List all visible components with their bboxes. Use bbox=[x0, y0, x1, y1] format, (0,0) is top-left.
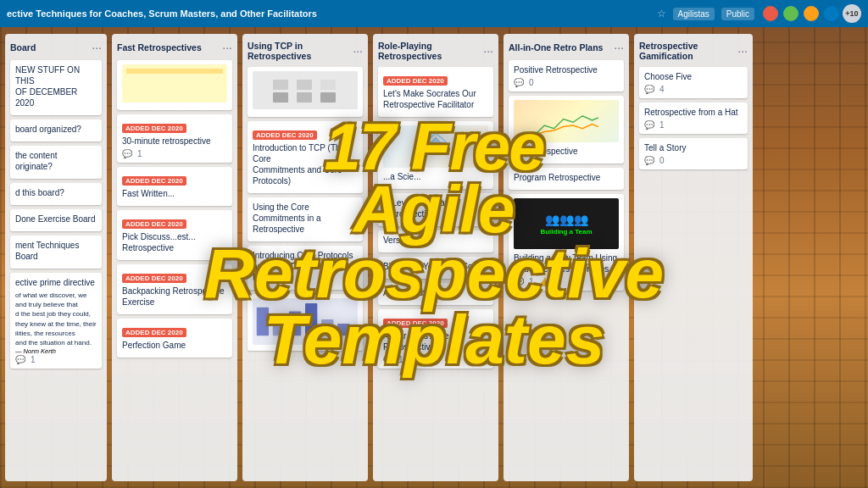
card-title: Introduction to TCP (The CoreCommitments… bbox=[253, 142, 358, 186]
comment-count: 1 bbox=[31, 355, 36, 364]
col-header-board: Board ··· bbox=[10, 39, 102, 56]
col-header-allinone: All-in-One Retro Plans ··· bbox=[509, 39, 624, 56]
card-title: Tell a Story bbox=[644, 142, 743, 153]
card-meta: 💬 1 👍 1 bbox=[514, 277, 619, 286]
fast-card-1[interactable] bbox=[117, 60, 232, 110]
board-card-ment[interactable]: ment Techniques Board bbox=[10, 236, 102, 269]
added-badge: ADDED DEC 2020 bbox=[122, 124, 186, 133]
column-allinone: All-in-One Retro Plans ··· Positive Retr… bbox=[504, 34, 629, 481]
fast-card-pick[interactable]: ADDED DEC 2020 Pick Discuss...est...Retr… bbox=[117, 210, 232, 260]
tcp-card-using[interactable]: Using the Core Commitments in a Retrospe… bbox=[248, 197, 363, 241]
avatar-4[interactable] bbox=[822, 4, 841, 23]
added-badge: ADDED DEC 2020 bbox=[122, 219, 186, 229]
svg-rect-7 bbox=[273, 315, 285, 336]
fast-card-perfection[interactable]: ADDED DEC 2020 Perfection Game bbox=[117, 319, 232, 358]
card-title: d this board? bbox=[15, 187, 97, 198]
card-title: Building a New Team Using Retrospectives… bbox=[514, 252, 619, 274]
card-meta: 💬 1 bbox=[383, 355, 488, 364]
col-menu-fast[interactable]: ··· bbox=[222, 41, 232, 54]
rp-card-starwars[interactable]: ADDED DEC 2020 A Star Wars Agile Retrosp… bbox=[378, 309, 493, 369]
allinone-card-positive[interactable]: Positive Retrospective 💬 0 bbox=[509, 60, 624, 92]
tcp-card-chart[interactable] bbox=[248, 294, 363, 351]
card-title: Retrospective from a Hat bbox=[644, 107, 743, 118]
fast-card-written[interactable]: ADDED DEC 2020 Fast Written... bbox=[117, 167, 232, 206]
column-rp: Role-Playing Retrospectives ··· ADDED DE… bbox=[373, 34, 498, 481]
board-card-directive[interactable]: ective prime directive of what we discov… bbox=[10, 273, 102, 369]
comment-icon: 💬 bbox=[644, 120, 654, 130]
added-badge: ADDED DEC 2020 bbox=[122, 328, 186, 337]
retrogame-card-choose-five[interactable]: Choose Five 💬 4 bbox=[639, 67, 748, 98]
col-menu-retrogame[interactable]: ··· bbox=[737, 44, 748, 58]
comment-count: 1 bbox=[137, 149, 142, 158]
allinone-card-chart[interactable]: ...r Retrospective bbox=[509, 96, 624, 164]
col-menu-allinone[interactable]: ··· bbox=[614, 41, 624, 54]
tcp-card-introducing[interactable]: Introducing Core Protocols as a Pair: De… bbox=[248, 246, 363, 290]
col-header-retrogame: Retrospective Gamification ··· bbox=[639, 39, 748, 63]
svg-rect-9 bbox=[305, 303, 317, 336]
tcp-card-intro[interactable]: ADDED DEC 2020 Introduction to TCP (The … bbox=[248, 121, 363, 193]
comment-count: 1 bbox=[398, 355, 403, 364]
card-title: Introducing Core Protocols as a Pair: De… bbox=[253, 250, 358, 283]
col-title-board: Board bbox=[10, 42, 36, 53]
card-title: Using the Core Commitments in a Retrospe… bbox=[253, 202, 358, 235]
comment-icon: 💬 bbox=[15, 355, 25, 364]
svg-rect-1 bbox=[273, 92, 288, 103]
svg-rect-8 bbox=[289, 312, 301, 336]
retrogame-card-tell-story[interactable]: Tell a Story 💬 0 bbox=[639, 138, 748, 169]
public-badge[interactable]: Public bbox=[721, 8, 754, 20]
rp-card-byosm[interactable]: BYOSM... Your Own Scru... bbox=[378, 257, 493, 279]
rp-card-radar[interactable]: ...a Scie... bbox=[378, 121, 493, 189]
tcp-diagram-image bbox=[253, 71, 358, 109]
retrogame-card-from-hat[interactable]: Retrospective from a Hat 💬 1 bbox=[639, 103, 748, 134]
col-menu-board[interactable]: ··· bbox=[92, 41, 102, 54]
svg-rect-11 bbox=[337, 324, 349, 336]
added-badge: ADDED DEC 2020 bbox=[383, 319, 448, 328]
comment-icon: 💬 bbox=[122, 149, 132, 158]
team-figures-icon: 👥👥👥 bbox=[545, 213, 588, 226]
card-meta: 💬 1 bbox=[15, 355, 97, 364]
sticky-image bbox=[122, 64, 227, 103]
avatar-1[interactable] bbox=[761, 4, 780, 23]
allinone-card-program[interactable]: Program Retrospective bbox=[509, 168, 624, 190]
rp-card-angel[interactable]: Angel's Advocate bbox=[378, 283, 493, 305]
chart-image bbox=[514, 100, 619, 142]
comment-count: 0 bbox=[659, 156, 665, 165]
tcp-chart-image bbox=[253, 298, 358, 345]
team-img-label: Building a Team bbox=[540, 228, 592, 236]
board-card-content[interactable]: the content originate? bbox=[10, 146, 102, 179]
card-title: C-Level for a Day Retrospective bbox=[383, 197, 488, 219]
tcp-card-diagram[interactable] bbox=[248, 67, 363, 117]
like-icon: 👍 bbox=[539, 277, 549, 286]
rp-card-socrates[interactable]: ADDED DEC 2020 Let's Make Socrates Our R… bbox=[378, 67, 493, 117]
avatars-more[interactable]: +10 bbox=[843, 4, 861, 23]
norm-kerth-quote: — Norm Kerth bbox=[15, 347, 97, 355]
board-card-this-board[interactable]: d this board? bbox=[10, 183, 102, 205]
col-header-tcp: Using TCP in Retrospectives ··· bbox=[248, 39, 363, 63]
board-card-organized[interactable]: board organized? bbox=[10, 119, 102, 141]
added-badge: ADDED DEC 2020 bbox=[122, 274, 186, 283]
col-menu-rp[interactable]: ··· bbox=[483, 44, 493, 58]
card-meta: 💬 0 bbox=[514, 78, 619, 87]
star-icon[interactable]: ☆ bbox=[657, 8, 666, 19]
agilistas-badge[interactable]: Agilistas bbox=[673, 8, 715, 20]
rp-card-versi[interactable]: Versi... bbox=[378, 230, 493, 252]
tcp-diagram-svg bbox=[271, 75, 339, 105]
comment-icon: 💬 bbox=[644, 85, 654, 94]
col-menu-tcp[interactable]: ··· bbox=[353, 44, 363, 58]
avatar-3[interactable] bbox=[802, 4, 821, 23]
card-title: ment Techniques Board bbox=[15, 240, 97, 262]
card-title: NEW STUFF ON THISOF DECEMBER 2020 bbox=[15, 64, 97, 108]
card-title: Perfection Game bbox=[122, 340, 227, 351]
board-card-new-stuff[interactable]: NEW STUFF ON THISOF DECEMBER 2020 bbox=[10, 60, 102, 115]
fast-card-backpacking[interactable]: ADDED DEC 2020 Backpacking Retrospective… bbox=[117, 264, 232, 314]
rp-card-clevel[interactable]: C-Level for a Day Retrospective bbox=[378, 193, 493, 226]
avatar-2[interactable] bbox=[782, 4, 800, 23]
col-header-fast: Fast Retrospectives ··· bbox=[117, 39, 232, 56]
svg-rect-4 bbox=[320, 80, 336, 90]
fast-card-30min[interactable]: ADDED DEC 2020 30-minute retrospective 💬… bbox=[117, 114, 232, 163]
board-card-done[interactable]: Done Exercise Board bbox=[10, 209, 102, 231]
comment-icon: 💬 bbox=[514, 277, 524, 286]
card-title: Versi... bbox=[383, 235, 488, 246]
allinone-card-building-team[interactable]: 👥👥👥 Building a Team Building a New Team … bbox=[509, 194, 624, 291]
svg-rect-10 bbox=[321, 319, 333, 336]
